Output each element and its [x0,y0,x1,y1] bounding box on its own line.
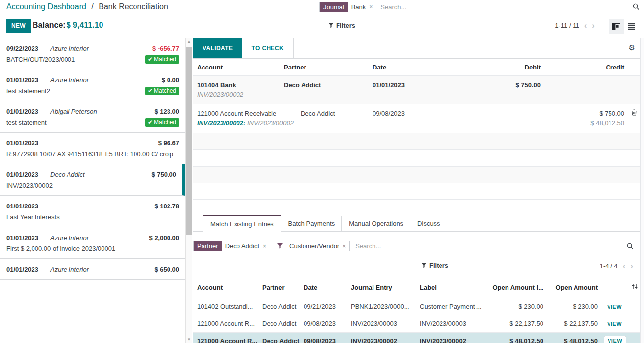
statement-line[interactable]: 09/22/2023 Azure Interior $ -656.77 BATC… [0,38,185,69]
match-open-amount-currency: $ 230.00 [487,298,545,315]
pager-next-icon[interactable]: › [630,263,633,270]
pager-next-icon[interactable]: › [592,22,595,29]
facet-value: Customer/Vendor [289,242,339,250]
statement-line[interactable]: 01/01/2023 Azure Interior $ 650.00 [0,259,185,280]
entry-move-link[interactable]: INV/2023/00002: [197,119,245,127]
line-partner: Abigail Peterson [50,107,97,117]
entry-row[interactable]: 121000 Account Receivable INV/2023/00002… [193,104,644,133]
statement-line[interactable]: 01/01/2023 Abigail Peterson $ 123.00 tes… [0,101,185,133]
line-label: Last Year Interests [6,213,60,221]
col-date: Date [369,59,450,75]
statement-line[interactable]: 01/01/2023 Azure Interior $ 0.00 test st… [0,69,185,101]
match-row-selected[interactable]: 121000 Account R... Deco Addict 09/08/20… [193,332,644,343]
match-filters-button[interactable]: Filters [421,262,448,269]
line-date: 01/01/2023 [6,107,42,117]
reconcile-tabs: Match Existing Entries Batch Payments Ma… [193,215,644,232]
match-date: 09/08/2023 [300,333,347,343]
kanban-view-icon[interactable] [609,19,624,34]
to-check-button[interactable]: TO CHECK [242,38,294,58]
line-amount: $ -656.77 [152,44,179,54]
entry-account: 121000 Account Receivable [197,110,276,117]
statement-line-selected[interactable]: 01/01/2023 Deco Addict $ 750.00 INV/2023… [0,164,185,196]
global-search-bar[interactable]: Journal Bank × Search... [319,0,644,14]
view-button[interactable]: VIEW [605,320,624,328]
match-account: 121000 Account R... [193,315,258,332]
search-icon[interactable] [633,3,640,10]
match-open-amount-currency: $ 48,012.50 [487,333,545,343]
matched-badge: ✔Matched [145,118,179,127]
search-input[interactable]: Search... [380,3,406,11]
empty-entry-row [193,166,644,183]
line-partner: Azure Interior [50,233,89,243]
gear-icon[interactable]: ⚙ [629,43,635,52]
balance: Balance:$ 9,411.10 [33,21,103,30]
pager-prev-icon[interactable]: ‹ [623,263,626,270]
statement-line[interactable]: 01/01/2023 $ 102.78 Last Year Interests [0,196,185,227]
statement-line[interactable]: 01/01/2023 Azure Interior $ 2,000.00 Fir… [0,227,185,259]
validate-button[interactable]: VALIDATE [193,38,242,58]
match-open-amount-currency: $ 22,137.50 [487,315,545,332]
line-date: 01/01/2023 [6,138,42,148]
search-facet-partner: Partner Deco Addict × [193,241,270,251]
match-row[interactable]: 121000 Account R... Deco Addict 09/08/20… [193,315,644,332]
scroll-down-icon[interactable]: ▼ [186,337,192,342]
line-date: 01/01/2023 [6,233,42,243]
balance-value: $ 9,411.10 [67,21,103,29]
filters-button[interactable]: Filters [328,22,355,29]
entry-debit [450,104,543,133]
line-partner: Azure Interior [50,265,89,274]
match-open-amount: $ 230.00 [545,298,600,315]
facet-value: Deco Addict [225,242,259,250]
line-amount: $ 750.00 [151,170,176,180]
line-label: INV/2023/00002 [6,182,53,189]
filter-icon [274,241,286,251]
tab-manual-operations[interactable]: Manual Operations [341,216,410,231]
match-journal-entry: INV/2023/00002 [347,333,416,343]
left-scrollbar[interactable]: ▲ ▼ [185,38,192,343]
pager-prev-icon[interactable]: ‹ [584,22,587,29]
match-date: 09/08/2023 [300,315,347,332]
control-panel: NEW Balance:$ 9,411.10 Filters 1-11 / 11… [0,15,644,37]
facet-remove-icon[interactable]: × [342,243,346,250]
facet-remove-icon[interactable]: × [369,3,373,10]
match-row[interactable]: 101402 Outstandi... Deco Addict 09/21/20… [193,298,644,315]
scrollbar-thumb[interactable] [186,47,192,235]
match-search-input[interactable]: Search... [355,242,381,250]
search-facet-journal: Journal Bank × [319,2,376,12]
line-date: 01/01/2023 [6,75,42,85]
entry-partner: Deco Addict [280,76,369,104]
new-button[interactable]: NEW [6,19,31,33]
right-scrollbar[interactable] [640,38,644,343]
view-button[interactable]: VIEW [605,303,624,310]
entry-move-label: INV/2023/00002 [245,119,294,127]
search-icon[interactable] [627,243,634,250]
empty-entry-row [193,133,644,149]
matched-badge: ✔Matched [145,55,179,64]
view-button[interactable]: VIEW [604,336,626,343]
list-view-icon[interactable] [624,19,639,34]
col-partner: Partner [258,278,300,298]
breadcrumb-accounting-dashboard[interactable]: Accounting Dashboard [6,2,86,11]
filter-icon [328,23,334,28]
entry-row[interactable]: 101404 Bank INV/2023/00002 Deco Addict 0… [193,75,644,104]
filters-label: Filters [336,22,355,29]
page-title: Bank Reconciliation [99,2,168,11]
col-account: Account [193,278,258,298]
match-table-header: Account Partner Date Journal Entry Label… [193,278,644,298]
match-label: INV/2023/00003 [416,315,487,332]
tab-discuss[interactable]: Discuss [410,216,447,231]
tab-match-existing-entries[interactable]: Match Existing Entries [203,215,281,232]
match-account: 101402 Outstandi... [193,298,258,315]
col-label: Label [416,278,487,298]
scroll-up-icon[interactable]: ▲ [186,39,192,44]
statement-line[interactable]: 01/01/2023 $ 96.67 R:9772938 10/07 AX 94… [0,133,185,164]
text-cursor [354,243,354,250]
delete-line-icon[interactable] [631,109,637,116]
facet-remove-icon[interactable]: × [263,243,266,250]
search-facet-customer-vendor: Customer/Vendor × [274,241,350,251]
tab-batch-payments[interactable]: Batch Payments [281,216,342,231]
empty-entry-row [193,149,644,166]
match-search-bar[interactable]: Partner Deco Addict × Customer/Vendor × … [193,241,644,251]
top-bar: Accounting Dashboard / Bank Reconciliati… [0,0,644,15]
col-debit: Debit [450,59,543,75]
